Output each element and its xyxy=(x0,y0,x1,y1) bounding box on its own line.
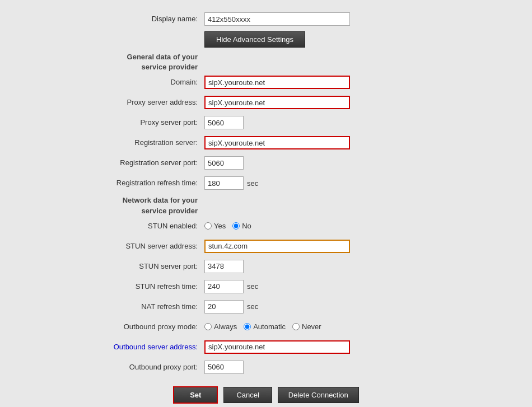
proxy-port-row: Proxy server port: xyxy=(70,115,462,130)
reg-port-input[interactable] xyxy=(204,156,244,170)
stun-refresh-unit: sec xyxy=(247,282,258,291)
outbound-mode-control: Always Automatic Never xyxy=(204,322,321,331)
reg-port-label: Registration server port: xyxy=(70,158,204,168)
nat-refresh-label: NAT refresh time: xyxy=(70,302,204,312)
general-section-row: General data of your service provider xyxy=(70,52,462,72)
stun-port-row: STUN server port: xyxy=(70,259,462,274)
stun-refresh-control: sec xyxy=(204,280,258,293)
stun-no-radio[interactable] xyxy=(232,222,240,230)
network-section-label: Network data for your service provider xyxy=(70,195,204,216)
display-name-control xyxy=(204,12,350,26)
outbound-server-row: Outbound server address: xyxy=(70,339,462,355)
stun-port-label: STUN server port: xyxy=(70,261,204,272)
domain-control xyxy=(204,76,350,89)
display-name-row: Display name: xyxy=(70,11,462,27)
proxy-server-control xyxy=(204,96,350,109)
stun-port-control xyxy=(204,260,244,273)
reg-server-label: Registration server: xyxy=(70,138,204,148)
reg-port-row: Registration server port: xyxy=(70,155,462,171)
network-section-row: Network data for your service provider xyxy=(70,195,462,216)
outbound-always-label[interactable]: Always xyxy=(204,322,237,331)
reg-port-control xyxy=(204,156,244,170)
bottom-buttons: Set Cancel Delete Connection xyxy=(70,386,462,404)
stun-enabled-row: STUN enabled: Yes No xyxy=(70,218,462,234)
stun-port-input[interactable] xyxy=(204,260,244,273)
domain-input[interactable] xyxy=(204,76,350,89)
stun-yes-text: Yes xyxy=(214,222,226,230)
stun-refresh-row: STUN refresh time: sec xyxy=(70,279,462,294)
nat-refresh-control: sec xyxy=(204,300,258,314)
reg-refresh-input[interactable] xyxy=(204,176,244,190)
reg-server-input[interactable] xyxy=(204,136,350,149)
outbound-server-label: Outbound server address: xyxy=(70,342,204,352)
stun-no-text: No xyxy=(242,222,251,230)
outbound-never-radio[interactable] xyxy=(292,323,300,330)
domain-label: Domain: xyxy=(70,77,204,87)
nat-refresh-unit: sec xyxy=(247,302,258,311)
display-name-input[interactable] xyxy=(204,12,350,26)
outbound-server-control xyxy=(204,340,350,354)
stun-server-input[interactable] xyxy=(204,240,350,253)
page-container: Display name: Hide Advanced Settings Gen… xyxy=(0,0,532,407)
stun-server-control xyxy=(204,240,350,253)
outbound-automatic-label[interactable]: Automatic xyxy=(244,322,286,331)
display-name-label: Display name: xyxy=(70,14,204,24)
delete-connection-button[interactable]: Delete Connection xyxy=(278,387,359,403)
proxy-server-row: Proxy server address: xyxy=(70,95,462,110)
proxy-port-control xyxy=(204,116,244,129)
outbound-server-input[interactable] xyxy=(204,340,350,354)
outbound-port-row: Outbound proxy port: xyxy=(70,359,462,375)
reg-refresh-unit: sec xyxy=(247,179,258,188)
stun-yes-label[interactable]: Yes xyxy=(204,222,226,230)
outbound-mode-label: Outbound proxy mode: xyxy=(70,322,204,332)
cancel-button[interactable]: Cancel xyxy=(223,387,272,403)
hide-advanced-btn-wrapper: Hide Advanced Settings xyxy=(204,31,305,48)
form-container: Display name: Hide Advanced Settings Gen… xyxy=(70,6,462,407)
outbound-always-radio[interactable] xyxy=(204,323,212,330)
stun-server-row: STUN server address: xyxy=(70,238,462,254)
reg-refresh-row: Registration refresh time: sec xyxy=(70,175,462,191)
stun-enabled-control: Yes No xyxy=(204,222,251,230)
outbound-port-input[interactable] xyxy=(204,361,244,374)
proxy-server-input[interactable] xyxy=(204,96,350,109)
outbound-never-text: Never xyxy=(302,322,321,331)
stun-refresh-label: STUN refresh time: xyxy=(70,282,204,292)
stun-no-label[interactable]: No xyxy=(232,222,251,230)
set-button[interactable]: Set xyxy=(173,386,218,404)
stun-enabled-label: STUN enabled: xyxy=(70,221,204,231)
reg-server-control xyxy=(204,136,350,149)
general-section-label: General data of your service provider xyxy=(70,52,204,72)
outbound-mode-row: Outbound proxy mode: Always Automatic Ne… xyxy=(70,319,462,335)
stun-server-label: STUN server address: xyxy=(70,241,204,251)
nat-refresh-input[interactable] xyxy=(204,300,244,314)
nat-refresh-row: NAT refresh time: sec xyxy=(70,299,462,315)
outbound-automatic-text: Automatic xyxy=(253,322,286,331)
domain-row: Domain: xyxy=(70,74,462,90)
proxy-server-label: Proxy server address: xyxy=(70,97,204,107)
reg-refresh-label: Registration refresh time: xyxy=(70,178,204,188)
outbound-port-label: Outbound proxy port: xyxy=(70,362,204,372)
stun-refresh-input[interactable] xyxy=(204,280,244,293)
outbound-always-text: Always xyxy=(214,322,237,331)
hide-advanced-button[interactable]: Hide Advanced Settings xyxy=(204,31,305,48)
reg-server-row: Registration server: xyxy=(70,135,462,151)
proxy-port-label: Proxy server port: xyxy=(70,118,204,128)
outbound-never-label[interactable]: Never xyxy=(292,322,321,331)
hide-advanced-row: Hide Advanced Settings xyxy=(70,31,462,48)
proxy-port-input[interactable] xyxy=(204,116,244,129)
reg-refresh-control: sec xyxy=(204,176,258,190)
outbound-automatic-radio[interactable] xyxy=(244,323,251,330)
outbound-port-control xyxy=(204,361,244,374)
stun-yes-radio[interactable] xyxy=(204,222,212,230)
